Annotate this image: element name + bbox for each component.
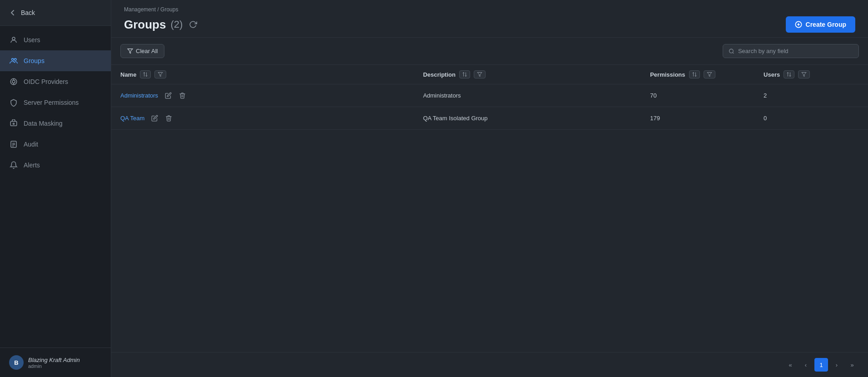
svg-line-18 [733, 52, 734, 53]
name-filter-button[interactable] [154, 70, 166, 78]
users-filter-button[interactable] [798, 70, 810, 78]
data-table: Name [111, 65, 868, 130]
sidebar-item-server-permissions[interactable]: Server Permissions [0, 92, 111, 113]
svg-point-1 [12, 59, 14, 61]
table-footer: « ‹ 1 › » [111, 352, 868, 377]
col-description: Description [414, 65, 641, 84]
shield-icon [9, 98, 18, 107]
sidebar-item-label: Audit [24, 141, 38, 148]
groups-icon [9, 56, 18, 65]
svg-marker-22 [802, 73, 806, 77]
sidebar-item-label: OIDC Providers [24, 78, 68, 85]
sidebar-item-oidc[interactable]: OIDC Providers [0, 71, 111, 92]
table-header: Name [111, 65, 868, 84]
avatar: B [9, 355, 24, 370]
desc-filter-button[interactable] [474, 70, 486, 78]
create-group-button[interactable]: Create Group [786, 16, 855, 33]
svg-point-0 [12, 37, 15, 40]
oidc-icon [9, 77, 18, 86]
main-content: Management / Groups Groups (2) Create Gr… [111, 0, 868, 377]
edit-button[interactable] [164, 91, 173, 100]
svg-point-4 [12, 80, 15, 83]
table-row: Administrators [111, 84, 868, 107]
sidebar-item-label: Groups [24, 57, 45, 64]
sidebar-item-groups[interactable]: Groups [0, 50, 111, 71]
search-input[interactable] [738, 48, 853, 54]
user-role: admin [28, 363, 80, 369]
page-title-text: Groups [124, 18, 166, 32]
last-page-button[interactable]: » [845, 358, 859, 372]
col-name: Name [111, 65, 414, 84]
first-page-button[interactable]: « [784, 358, 797, 372]
svg-rect-7 [10, 122, 17, 126]
group-name-link[interactable]: QA Team [120, 115, 144, 122]
user-name: Blazing Kraft Admin [28, 357, 80, 363]
back-label: Back [21, 9, 35, 16]
sidebar-item-label: Alerts [24, 162, 40, 169]
group-name-link[interactable]: Administrators [120, 92, 158, 99]
row-actions [150, 113, 174, 123]
svg-point-17 [729, 49, 734, 53]
row-actions [164, 91, 187, 100]
sidebar-item-label: Server Permissions [24, 99, 79, 106]
sidebar-item-data-masking[interactable]: Data Masking [0, 113, 111, 134]
prev-page-button[interactable]: ‹ [799, 358, 813, 372]
svg-marker-21 [707, 73, 712, 77]
sidebar-nav: Users Groups OIDC Providers [0, 26, 111, 348]
page-title: Groups (2) [124, 18, 199, 32]
sidebar-item-audit[interactable]: Audit [0, 134, 111, 155]
name-sort-button[interactable] [140, 70, 151, 78]
users-cell: 2 [754, 84, 868, 107]
main-header: Management / Groups Groups (2) Create Gr… [111, 0, 868, 38]
permissions-cell: 70 [641, 84, 754, 107]
users-icon [9, 35, 18, 44]
next-page-button[interactable]: › [830, 358, 843, 372]
svg-point-8 [13, 123, 15, 124]
table-container: Clear All Name [111, 38, 868, 352]
mask-icon [9, 119, 18, 128]
clear-all-button[interactable]: Clear All [120, 44, 164, 58]
perm-sort-button[interactable] [689, 70, 700, 78]
edit-button[interactable] [150, 113, 159, 123]
create-group-label: Create Group [806, 21, 846, 28]
delete-button[interactable] [164, 113, 174, 123]
sidebar-item-users[interactable]: Users [0, 29, 111, 50]
permissions-cell: 179 [641, 107, 754, 130]
svg-marker-20 [477, 73, 482, 77]
delete-button[interactable] [178, 91, 187, 100]
search-icon [729, 48, 734, 54]
page-title-row: Groups (2) Create Group [124, 16, 855, 33]
perm-filter-button[interactable] [704, 70, 715, 78]
alerts-icon [9, 161, 18, 170]
clear-all-label: Clear All [136, 48, 158, 54]
back-icon [9, 9, 16, 16]
sidebar-item-label: Data Masking [24, 120, 63, 127]
users-cell: 0 [754, 107, 868, 130]
description-cell: Administrators [414, 84, 641, 107]
back-button[interactable]: Back [0, 0, 111, 26]
table-row: QA Team [111, 107, 868, 130]
sidebar-item-alerts[interactable]: Alerts [0, 155, 111, 176]
refresh-button[interactable] [187, 19, 199, 30]
col-users: Users [754, 65, 868, 84]
svg-point-2 [15, 59, 17, 61]
breadcrumb: Management / Groups [124, 6, 855, 13]
name-cell: QA Team [111, 107, 414, 130]
svg-marker-19 [158, 73, 163, 77]
table-body: Administrators [111, 84, 868, 130]
sidebar-item-label: Users [24, 36, 40, 44]
page-count: (2) [170, 19, 183, 30]
search-box[interactable] [723, 44, 859, 58]
col-permissions: Permissions [641, 65, 754, 84]
sidebar-footer: B Blazing Kraft Admin admin [0, 348, 111, 377]
users-sort-button[interactable] [784, 70, 794, 78]
desc-sort-button[interactable] [459, 70, 470, 78]
svg-marker-16 [128, 49, 133, 54]
sidebar: Back Users Groups [0, 0, 111, 377]
audit-icon [9, 140, 18, 149]
name-cell: Administrators [111, 84, 414, 107]
page-1-button[interactable]: 1 [814, 358, 828, 372]
user-info: Blazing Kraft Admin admin [28, 357, 80, 369]
table-toolbar: Clear All [111, 38, 868, 65]
description-cell: QA Team Isolated Group [414, 107, 641, 130]
